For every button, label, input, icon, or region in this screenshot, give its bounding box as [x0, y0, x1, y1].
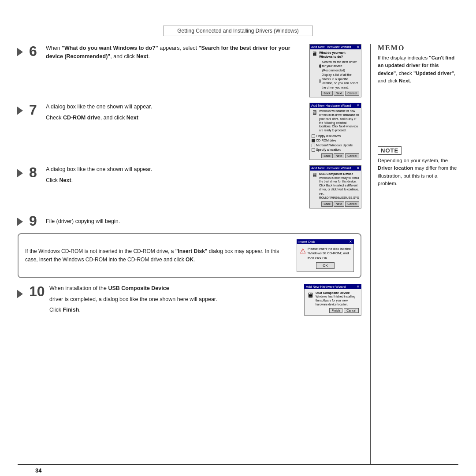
- step10-text2: driver is completed, a dialog box like t…: [49, 296, 217, 302]
- d6-q: What do you want Windows to do?: [319, 51, 359, 59]
- memo-content: If the display indicates "Can't find an …: [378, 54, 458, 85]
- step9-text1: File (driver) copying will begin.: [46, 217, 361, 226]
- step7-text2: Check: [46, 115, 63, 121]
- note-content: Depending on your system, the Driver loc…: [378, 157, 458, 187]
- step-7-content: A dialog box like the one shown will app…: [46, 103, 361, 160]
- info-box: If the Windows CD-ROM is not inserted in…: [18, 233, 361, 279]
- step-10: 10 When installation of the USB Composit…: [18, 284, 361, 316]
- d6-next-btn[interactable]: Next: [334, 91, 344, 96]
- d10-finish-btn[interactable]: Finish: [329, 308, 343, 313]
- step7-text1: A dialog box like the one shown will app…: [46, 104, 152, 110]
- step10-dialog: Add New Hardware Wizard✕ 🖥 USB Composite…: [304, 284, 361, 316]
- step10-text4: .: [79, 307, 80, 313]
- step7-dialog: Add New Hardware Wizard✕ 🖥 Windows will …: [309, 103, 361, 160]
- d7-cb4-box: [312, 148, 315, 152]
- info-box-text: If the Windows CD-ROM is not inserted in…: [25, 247, 291, 264]
- d7-cb3: Microsoft Windows Update: [316, 143, 353, 147]
- step-8-content: A dialog box like the one shown will app…: [46, 165, 361, 208]
- step10-bold1: USB Composite Device: [108, 285, 169, 291]
- info-text3: .: [193, 257, 195, 263]
- right-sidebar: MEMO If the display indicates "Can't fin…: [370, 44, 458, 464]
- d7-back-btn[interactable]: Back: [321, 153, 333, 158]
- insert-disk-msg: Please insert the disk labeled 'Windows …: [308, 247, 351, 261]
- d6-back-btn[interactable]: Back: [321, 91, 333, 96]
- step-6-content: When "What do you want Windows to do?" a…: [46, 44, 361, 97]
- d7-cb2-box: [312, 139, 315, 142]
- step-9-number: 9: [29, 214, 41, 228]
- d7-cancel-btn[interactable]: Cancel: [345, 153, 359, 158]
- step6-bold3: Next: [136, 53, 148, 60]
- insert-disk-close[interactable]: ✕: [349, 240, 352, 244]
- d7-cb3-box: [312, 144, 315, 147]
- step7-text3: , and click: [100, 115, 126, 121]
- step6-text2: appears, select: [158, 45, 199, 51]
- step-6-number: 6: [29, 44, 41, 58]
- step10-text3: Click: [49, 307, 63, 313]
- d8-loc: CD-ROM:D:\WIN98\USB\USB.SYS: [319, 193, 359, 201]
- d10-title: Add New Hardware Wizard: [306, 285, 346, 289]
- step8-text3: .: [71, 177, 73, 183]
- step6-bold1: "What do you want Windows to do?": [62, 45, 158, 51]
- note-box: NOTE Depending on your system, the Drive…: [378, 146, 458, 187]
- d7-cb4: Specify a location:: [316, 148, 341, 152]
- insert-disk-dialog: Insert Disk ✕ ⚠ Please insert the disk l…: [297, 239, 354, 272]
- memo-title: MEMO: [378, 44, 458, 52]
- d8-label: USB Composite Device: [319, 172, 359, 176]
- d8-back-btn[interactable]: Back: [321, 201, 333, 206]
- step10-text1: When installation of the: [49, 285, 108, 291]
- d8-text: Windows is now ready to install the best…: [319, 176, 359, 192]
- d7-title: Add New Hardware Wizard: [311, 104, 351, 108]
- d10-usb-icon: 🖥: [307, 291, 314, 299]
- d10-cancel-btn[interactable]: Cancel: [344, 308, 359, 313]
- step-10-number: 10: [29, 284, 45, 298]
- d8-icon: 🖥: [312, 172, 318, 178]
- step-8-number: 8: [29, 165, 41, 179]
- step-6: 6 When "What do you want Windows to do?"…: [18, 44, 361, 97]
- page: Getting Connected and Installing Drivers…: [0, 0, 476, 476]
- d8-cancel-btn[interactable]: Cancel: [345, 201, 359, 206]
- d10-label: USB Composite Device: [316, 291, 359, 294]
- step8-text1: A dialog box like the one shown will app…: [46, 166, 152, 172]
- step7-bold1: CD-ROM drive: [63, 115, 100, 121]
- breadcrumb: Getting Connected and Installing Drivers…: [163, 26, 313, 36]
- d8-next-btn[interactable]: Next: [334, 201, 344, 206]
- d6-cancel-btn[interactable]: Cancel: [345, 91, 359, 96]
- step-9: 9 File (driver) copying will begin.: [18, 214, 361, 228]
- memo-box: MEMO If the display indicates "Can't fin…: [378, 44, 458, 85]
- d10-text: Windows has finished installing the soft…: [316, 294, 359, 306]
- step-10-content: When installation of the USB Composite D…: [49, 284, 361, 316]
- step-8: 8 A dialog box like the one shown will a…: [18, 165, 361, 208]
- step-7: 7 A dialog box like the one shown will a…: [18, 103, 361, 160]
- insert-disk-title: Insert Disk: [298, 240, 315, 244]
- d7-cb1: Floppy disk drives: [316, 134, 341, 138]
- note-title: NOTE: [378, 146, 402, 155]
- step6-dialog: Add New Hardware Wizard✕ 🖥 What do you w…: [309, 44, 361, 97]
- step8-text2: Click: [46, 177, 60, 183]
- step8-dialog: Add New Hardware Wizard✕ 🖥 USB Composite…: [309, 165, 361, 208]
- step8-bold1: Next: [60, 177, 71, 183]
- d6-title: Add New Hardware Wizard: [311, 45, 351, 49]
- d6-icon: 🖥: [312, 51, 318, 57]
- info-text1: If the Windows CD-ROM is not inserted in…: [25, 248, 175, 254]
- d7-icon: 🖥: [312, 109, 318, 115]
- d6-r1: Search for the best driver for your devi…: [322, 60, 359, 72]
- insert-disk-warn-icon: ⚠: [300, 247, 306, 255]
- info-bold2: OK: [186, 257, 193, 263]
- step-9-content: File (driver) copying will begin.: [46, 214, 361, 226]
- step6-text3: , and click: [110, 53, 136, 60]
- page-number: 34: [18, 464, 458, 476]
- d7-next-btn[interactable]: Next: [334, 153, 344, 158]
- d7-cb1-box: [312, 134, 315, 138]
- step7-bold2: Next: [126, 115, 138, 121]
- info-bold1: "Insert Disk": [175, 248, 208, 254]
- step10-bold2: Finish: [63, 307, 79, 313]
- step6-text4: .: [148, 53, 149, 60]
- step6-text1: When: [46, 45, 62, 51]
- d8-title: Add New Hardware Wizard: [311, 166, 351, 170]
- d6-r2: Display a list of all the drivers in a s…: [322, 73, 359, 89]
- step-7-number: 7: [29, 103, 41, 117]
- d7-text: Windows will search for new drivers in i…: [319, 109, 359, 133]
- d7-cb2: CD-ROM drive: [316, 138, 336, 142]
- insert-disk-ok-button[interactable]: OK: [316, 262, 335, 269]
